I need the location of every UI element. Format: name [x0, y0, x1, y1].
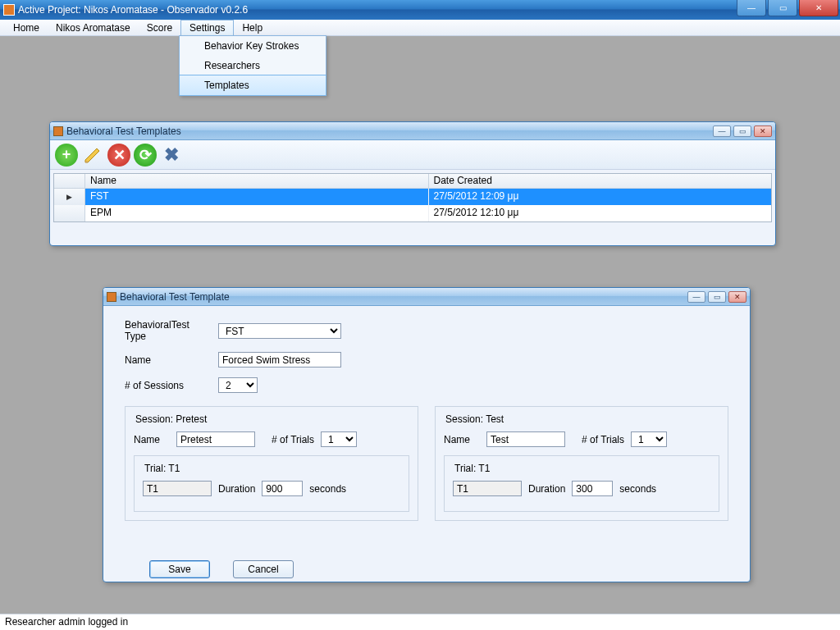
menu-settings[interactable]: Settings [180, 20, 234, 36]
label-name: Name [125, 354, 212, 366]
label-s2-trials: # of Trials [582, 434, 624, 445]
menu-help[interactable]: Help [234, 20, 271, 35]
form-max-button[interactable]: ▭ [708, 291, 726, 303]
menu-score[interactable]: Score [139, 20, 180, 35]
label-s1-name: Name [134, 434, 170, 445]
templates-min-button[interactable]: — [713, 126, 731, 137]
form-icon [107, 292, 116, 302]
main-window: Active Project: Nikos Aromatase - Observ… [0, 0, 840, 630]
s2-name-input[interactable] [486, 431, 565, 447]
session2-fieldset: Session: Test Name # of Trials 1 Trial: … [435, 406, 728, 521]
s2-trial-legend: Trial: T1 [451, 463, 493, 474]
s1-trial-fieldset: Trial: T1 Duration seconds [134, 455, 409, 512]
templates-max-button[interactable]: ▭ [733, 126, 751, 137]
dd-templates[interactable]: Templates [179, 75, 326, 96]
col-name[interactable]: Name [85, 174, 429, 188]
form-icon [53, 126, 63, 136]
cell-name: FST [85, 189, 429, 205]
edit-icon[interactable] [81, 144, 104, 167]
s1-trial-name [143, 481, 212, 496]
table-row[interactable]: EPM 27/5/2012 12:10 μμ [54, 205, 771, 221]
menubar: Home Nikos Aromatase Score Settings Help [0, 20, 840, 36]
templates-window: Behavioral Test Templates — ▭ ✕ + ✕ ⟳ ✖ [49, 121, 776, 246]
template-form-window: Behavioral Test Template — ▭ ✕ Behaviora… [103, 287, 751, 582]
label-s2-duration: Duration [528, 483, 565, 495]
s1-trials-select[interactable]: 1 [321, 431, 357, 447]
templates-close-button[interactable]: ✕ [754, 126, 772, 137]
dd-researchers[interactable]: Researchers [180, 56, 326, 75]
cell-date: 27/5/2012 12:10 μμ [429, 205, 772, 221]
s1-name-input[interactable] [176, 431, 255, 447]
settings-dropdown: Behavior Key Strokes Researchers Templat… [179, 35, 326, 96]
label-type: BehavioralTest Type [125, 319, 212, 342]
maximize-button[interactable]: ▭ [768, 0, 797, 16]
minimize-button[interactable]: — [737, 0, 766, 16]
session1-legend: Session: Pretest [132, 413, 210, 425]
client-area: Behavioral Test Templates — ▭ ✕ + ✕ ⟳ ✖ [0, 36, 840, 614]
session2-legend: Session: Test [442, 413, 507, 425]
add-icon[interactable]: + [55, 144, 78, 167]
close-button[interactable]: ✕ [799, 0, 838, 16]
form-min-button[interactable]: — [687, 291, 705, 303]
col-date[interactable]: Date Created [429, 174, 772, 188]
form-titlebar: Behavioral Test Template — ▭ ✕ [103, 288, 750, 306]
toolbar-close-icon[interactable]: ✖ [160, 144, 183, 167]
window-title: Active Project: Nikos Aromatase - Observ… [18, 4, 248, 16]
dd-behavior-keystrokes[interactable]: Behavior Key Strokes [180, 36, 326, 56]
s2-trial-name [453, 481, 522, 496]
menu-project[interactable]: Nikos Aromatase [48, 20, 139, 35]
templates-grid: Name Date Created FST 27/5/2012 12:09 μμ… [53, 173, 772, 222]
type-select[interactable]: FST [218, 323, 341, 339]
app-icon [3, 4, 15, 16]
mdi-area: Behavioral Test Templates — ▭ ✕ + ✕ ⟳ ✖ [0, 36, 840, 614]
cancel-button[interactable]: Cancel [233, 560, 294, 578]
label-s2-name: Name [444, 434, 480, 445]
cell-date: 27/5/2012 12:09 μμ [429, 189, 772, 205]
label-s2-seconds: seconds [619, 483, 656, 495]
templates-toolbar: + ✕ ⟳ ✖ [50, 140, 775, 170]
s2-trial-fieldset: Trial: T1 Duration seconds [444, 455, 719, 512]
label-s1-seconds: seconds [309, 483, 346, 495]
s2-trials-select[interactable]: 1 [631, 431, 667, 447]
label-s1-trials: # of Trials [272, 434, 314, 445]
label-s1-duration: Duration [218, 483, 255, 495]
label-sessions: # of Sessions [125, 380, 212, 391]
s2-duration-input[interactable] [572, 481, 613, 496]
templates-title: Behavioral Test Templates [66, 126, 181, 137]
s1-duration-input[interactable] [262, 481, 303, 496]
templates-titlebar: Behavioral Test Templates — ▭ ✕ [50, 122, 775, 140]
form-close-button[interactable]: ✕ [728, 291, 746, 303]
session1-fieldset: Session: Pretest Name # of Trials 1 Tria… [125, 406, 418, 521]
form-title: Behavioral Test Template [120, 291, 230, 303]
refresh-icon[interactable]: ⟳ [134, 144, 157, 167]
form-body: BehavioralTest Type FST Name # of Sessio… [103, 306, 750, 591]
name-input[interactable] [218, 352, 341, 368]
sessions-select[interactable]: 2 [218, 377, 258, 393]
table-row[interactable]: FST 27/5/2012 12:09 μμ [54, 189, 771, 205]
menu-home[interactable]: Home [5, 20, 48, 35]
cell-name: EPM [85, 205, 429, 221]
save-button[interactable]: Save [149, 560, 210, 578]
grid-header: Name Date Created [54, 174, 771, 189]
delete-icon[interactable]: ✕ [107, 144, 130, 167]
main-titlebar: Active Project: Nikos Aromatase - Observ… [0, 0, 840, 20]
svg-marker-0 [85, 148, 99, 162]
s1-trial-legend: Trial: T1 [141, 463, 183, 474]
statusbar: Researcher admin logged in [0, 614, 840, 630]
